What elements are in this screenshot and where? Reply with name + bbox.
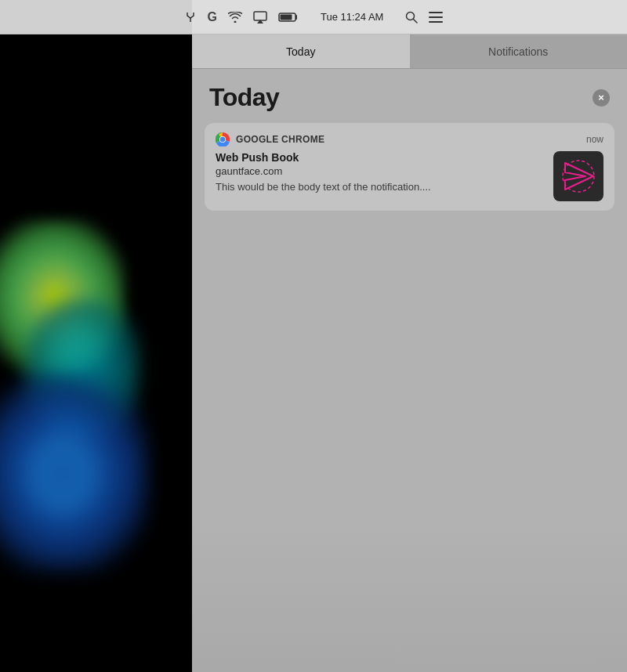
tab-notifications[interactable]: Notifications <box>410 34 628 68</box>
today-header: Today × <box>192 69 627 123</box>
tab-today[interactable]: Today <box>192 34 410 68</box>
svg-rect-8 <box>429 21 443 23</box>
battery-icon[interactable] <box>278 12 299 23</box>
notification-time: now <box>586 134 603 145</box>
tab-bar: Today Notifications <box>192 34 627 69</box>
notification-title: Web Push Book <box>216 151 544 164</box>
svg-rect-7 <box>429 16 443 18</box>
menubar-icons: G Tue 11:24 AM <box>184 10 444 24</box>
bg-blue-blob <box>0 376 149 572</box>
notification-card[interactable]: GOOGLE CHROME now Web Push Book gauntfac… <box>205 123 614 211</box>
spotlight-search-icon[interactable] <box>405 11 418 23</box>
close-button[interactable]: × <box>593 89 610 107</box>
svg-point-12 <box>563 161 594 192</box>
notification-site: gauntface.com <box>216 165 544 177</box>
airplay-icon[interactable] <box>253 11 267 23</box>
notification-header: GOOGLE CHROME now <box>216 132 603 146</box>
notification-body: Web Push Book gauntface.com This would b… <box>216 151 603 201</box>
fork-icon[interactable] <box>184 11 197 23</box>
svg-rect-1 <box>254 12 266 20</box>
notification-app-name: GOOGLE CHROME <box>236 134 324 145</box>
chrome-icon <box>216 132 230 146</box>
grammarly-icon[interactable]: G <box>208 10 217 24</box>
svg-point-11 <box>220 137 225 142</box>
notification-center-icon[interactable] <box>429 12 443 23</box>
today-title: Today <box>209 83 279 112</box>
notification-center-panel: Today Notifications Today × <box>192 34 627 672</box>
notification-image <box>553 151 603 201</box>
notification-app-info: GOOGLE CHROME <box>216 132 324 146</box>
svg-line-5 <box>414 19 418 23</box>
notification-description: This would be the body text of the notif… <box>216 180 544 194</box>
svg-rect-3 <box>280 14 292 20</box>
desktop-background <box>0 0 192 672</box>
svg-rect-6 <box>429 12 443 13</box>
notification-text: Web Push Book gauntface.com This would b… <box>216 151 544 194</box>
wifi-icon[interactable] <box>228 12 242 23</box>
menubar-time: Tue 11:24 AM <box>321 11 383 23</box>
menubar: G Tue 11:24 AM <box>0 0 627 34</box>
